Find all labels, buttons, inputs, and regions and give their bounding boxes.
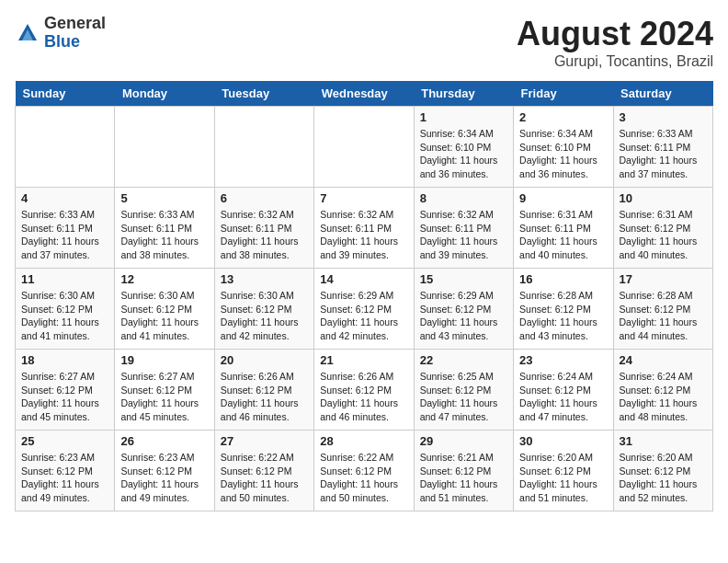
calendar-day: 10Sunrise: 6:31 AM Sunset: 6:12 PM Dayli…: [613, 188, 712, 269]
calendar-day: 12Sunrise: 6:30 AM Sunset: 6:12 PM Dayli…: [115, 269, 214, 350]
logo-general: General: [44, 15, 106, 33]
day-number: 31: [620, 434, 707, 448]
logo-text: General Blue: [44, 15, 106, 52]
day-number: 19: [120, 353, 208, 367]
calendar-day: 5Sunrise: 6:33 AM Sunset: 6:11 PM Daylig…: [115, 188, 214, 269]
day-number: 14: [320, 272, 407, 286]
day-number: 12: [120, 272, 208, 286]
day-info: Sunrise: 6:28 AM Sunset: 6:12 PM Dayligh…: [620, 289, 707, 343]
day-number: 11: [21, 272, 108, 286]
day-number: 27: [221, 434, 308, 448]
day-number: 13: [221, 272, 308, 286]
day-number: 2: [519, 110, 607, 124]
day-number: 3: [620, 110, 707, 124]
calendar-day: 24Sunrise: 6:24 AM Sunset: 6:12 PM Dayli…: [613, 350, 712, 431]
logo-icon: [15, 20, 40, 46]
day-info: Sunrise: 6:24 AM Sunset: 6:12 PM Dayligh…: [519, 370, 607, 424]
dow-header: Saturday: [613, 81, 712, 107]
day-info: Sunrise: 6:31 AM Sunset: 6:11 PM Dayligh…: [519, 208, 607, 262]
calendar-day: 4Sunrise: 6:33 AM Sunset: 6:11 PM Daylig…: [16, 188, 115, 269]
day-number: 22: [420, 353, 507, 367]
dow-header: Monday: [115, 81, 214, 107]
calendar-day: 7Sunrise: 6:32 AM Sunset: 6:11 PM Daylig…: [314, 188, 414, 269]
calendar-week-row: 4Sunrise: 6:33 AM Sunset: 6:11 PM Daylig…: [16, 188, 713, 269]
day-info: Sunrise: 6:20 AM Sunset: 6:12 PM Dayligh…: [519, 451, 607, 505]
day-number: 4: [21, 191, 108, 205]
calendar-day: 23Sunrise: 6:24 AM Sunset: 6:12 PM Dayli…: [514, 350, 613, 431]
calendar-day: 16Sunrise: 6:28 AM Sunset: 6:12 PM Dayli…: [514, 269, 613, 350]
page-header: General Blue August 2024 Gurupi, Tocanti…: [15, 15, 713, 70]
day-number: 18: [21, 353, 108, 367]
calendar-week-row: 11Sunrise: 6:30 AM Sunset: 6:12 PM Dayli…: [16, 269, 713, 350]
calendar-day: [214, 107, 313, 188]
day-info: Sunrise: 6:32 AM Sunset: 6:11 PM Dayligh…: [221, 208, 308, 262]
day-info: Sunrise: 6:24 AM Sunset: 6:12 PM Dayligh…: [620, 370, 707, 424]
calendar-day: [115, 107, 214, 188]
day-number: 26: [120, 434, 208, 448]
dow-header: Wednesday: [314, 81, 414, 107]
calendar-day: 21Sunrise: 6:26 AM Sunset: 6:12 PM Dayli…: [314, 350, 414, 431]
day-info: Sunrise: 6:32 AM Sunset: 6:11 PM Dayligh…: [320, 208, 407, 262]
day-number: 15: [420, 272, 507, 286]
title-month: August 2024: [517, 15, 713, 53]
day-number: 29: [420, 434, 507, 448]
day-info: Sunrise: 6:28 AM Sunset: 6:12 PM Dayligh…: [519, 289, 607, 343]
calendar-day: 22Sunrise: 6:25 AM Sunset: 6:12 PM Dayli…: [414, 350, 513, 431]
calendar-day: 3Sunrise: 6:33 AM Sunset: 6:11 PM Daylig…: [613, 107, 712, 188]
calendar-day: 29Sunrise: 6:21 AM Sunset: 6:12 PM Dayli…: [414, 431, 513, 511]
calendar-day: 19Sunrise: 6:27 AM Sunset: 6:12 PM Dayli…: [115, 350, 214, 431]
day-number: 28: [320, 434, 407, 448]
day-info: Sunrise: 6:22 AM Sunset: 6:12 PM Dayligh…: [221, 451, 308, 505]
dow-header: Friday: [514, 81, 613, 107]
day-info: Sunrise: 6:31 AM Sunset: 6:12 PM Dayligh…: [620, 208, 707, 262]
day-info: Sunrise: 6:23 AM Sunset: 6:12 PM Dayligh…: [120, 451, 208, 505]
calendar-day: 14Sunrise: 6:29 AM Sunset: 6:12 PM Dayli…: [314, 269, 414, 350]
calendar-day: 20Sunrise: 6:26 AM Sunset: 6:12 PM Dayli…: [214, 350, 313, 431]
day-info: Sunrise: 6:33 AM Sunset: 6:11 PM Dayligh…: [21, 208, 108, 262]
calendar-week-row: 18Sunrise: 6:27 AM Sunset: 6:12 PM Dayli…: [16, 350, 713, 431]
day-number: 9: [519, 191, 607, 205]
day-info: Sunrise: 6:30 AM Sunset: 6:12 PM Dayligh…: [120, 289, 208, 343]
calendar-day: 26Sunrise: 6:23 AM Sunset: 6:12 PM Dayli…: [115, 431, 214, 511]
day-number: 6: [221, 191, 308, 205]
day-info: Sunrise: 6:33 AM Sunset: 6:11 PM Dayligh…: [120, 208, 208, 262]
day-number: 25: [21, 434, 108, 448]
day-info: Sunrise: 6:33 AM Sunset: 6:11 PM Dayligh…: [620, 127, 707, 181]
calendar-day: 27Sunrise: 6:22 AM Sunset: 6:12 PM Dayli…: [214, 431, 313, 511]
calendar-day: [16, 107, 115, 188]
calendar-day: 9Sunrise: 6:31 AM Sunset: 6:11 PM Daylig…: [514, 188, 613, 269]
day-info: Sunrise: 6:34 AM Sunset: 6:10 PM Dayligh…: [519, 127, 607, 181]
calendar-day: 30Sunrise: 6:20 AM Sunset: 6:12 PM Dayli…: [514, 431, 613, 511]
day-number: 30: [519, 434, 607, 448]
title-block: August 2024 Gurupi, Tocantins, Brazil: [517, 15, 713, 70]
calendar-week-row: 25Sunrise: 6:23 AM Sunset: 6:12 PM Dayli…: [16, 431, 713, 511]
day-info: Sunrise: 6:30 AM Sunset: 6:12 PM Dayligh…: [21, 289, 108, 343]
day-info: Sunrise: 6:25 AM Sunset: 6:12 PM Dayligh…: [420, 370, 507, 424]
day-info: Sunrise: 6:27 AM Sunset: 6:12 PM Dayligh…: [21, 370, 108, 424]
calendar-day: 17Sunrise: 6:28 AM Sunset: 6:12 PM Dayli…: [613, 269, 712, 350]
calendar-week-row: 1Sunrise: 6:34 AM Sunset: 6:10 PM Daylig…: [16, 107, 713, 188]
day-number: 7: [320, 191, 407, 205]
day-info: Sunrise: 6:23 AM Sunset: 6:12 PM Dayligh…: [21, 451, 108, 505]
title-location: Gurupi, Tocantins, Brazil: [517, 53, 713, 70]
calendar-day: 15Sunrise: 6:29 AM Sunset: 6:12 PM Dayli…: [414, 269, 513, 350]
calendar-day: 28Sunrise: 6:22 AM Sunset: 6:12 PM Dayli…: [314, 431, 414, 511]
day-info: Sunrise: 6:27 AM Sunset: 6:12 PM Dayligh…: [120, 370, 208, 424]
calendar-day: 18Sunrise: 6:27 AM Sunset: 6:12 PM Dayli…: [16, 350, 115, 431]
calendar-day: 1Sunrise: 6:34 AM Sunset: 6:10 PM Daylig…: [414, 107, 513, 188]
day-info: Sunrise: 6:20 AM Sunset: 6:12 PM Dayligh…: [620, 451, 707, 505]
dow-header: Tuesday: [214, 81, 313, 107]
calendar-table: SundayMondayTuesdayWednesdayThursdayFrid…: [15, 81, 713, 511]
day-info: Sunrise: 6:22 AM Sunset: 6:12 PM Dayligh…: [320, 451, 407, 505]
day-number: 5: [120, 191, 208, 205]
day-info: Sunrise: 6:21 AM Sunset: 6:12 PM Dayligh…: [420, 451, 507, 505]
calendar-day: 6Sunrise: 6:32 AM Sunset: 6:11 PM Daylig…: [214, 188, 313, 269]
day-info: Sunrise: 6:29 AM Sunset: 6:12 PM Dayligh…: [320, 289, 407, 343]
dow-header: Thursday: [414, 81, 513, 107]
calendar-day: 2Sunrise: 6:34 AM Sunset: 6:10 PM Daylig…: [514, 107, 613, 188]
day-info: Sunrise: 6:34 AM Sunset: 6:10 PM Dayligh…: [420, 127, 507, 181]
day-number: 10: [620, 191, 707, 205]
calendar-day: 8Sunrise: 6:32 AM Sunset: 6:11 PM Daylig…: [414, 188, 513, 269]
day-number: 20: [221, 353, 308, 367]
day-info: Sunrise: 6:32 AM Sunset: 6:11 PM Dayligh…: [420, 208, 507, 262]
